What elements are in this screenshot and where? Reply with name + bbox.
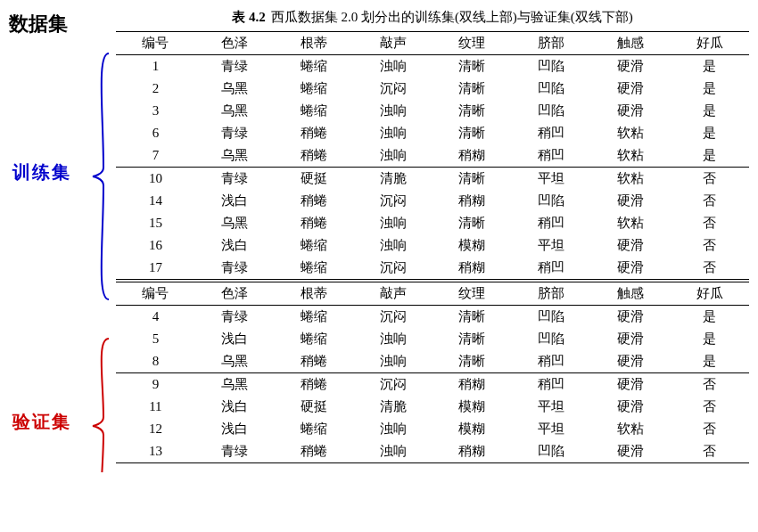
table-cell: 浊响 [353, 440, 433, 462]
col-header: 根蒂 [275, 32, 354, 55]
valid-set-label: 验证集 [12, 410, 71, 434]
table-cell: 蜷缩 [275, 234, 354, 257]
table-row: 8乌黑稍蜷浊响清晰稍凹硬滑是 [116, 350, 749, 372]
table-row: 15乌黑稍蜷浊响清晰稍凹软粘否 [116, 212, 749, 234]
table-cell: 清晰 [433, 328, 512, 350]
table-row: 17青绿蜷缩沉闷稍糊稍凹硬滑否 [116, 257, 749, 279]
table-cell: 稍糊 [433, 373, 512, 397]
caption-id: 表 4.2 [232, 10, 266, 24]
table-cell: 沉闷 [353, 373, 433, 397]
table-cell: 是 [670, 78, 749, 100]
train-set-label: 训练集 [12, 160, 71, 184]
table-cell: 稍凹 [512, 144, 591, 167]
table-cell: 稍蜷 [275, 190, 354, 212]
table-cell: 硬滑 [591, 396, 671, 418]
table-cell: 浊响 [353, 328, 433, 350]
table-cell: 浊响 [353, 418, 433, 440]
table-cell: 否 [670, 168, 749, 191]
table-caption: 表 4.2西瓜数据集 2.0 划分出的训练集(双线上部)与验证集(双线下部) [116, 9, 749, 26]
table-cell: 蜷缩 [275, 257, 354, 279]
table-cell: 稍糊 [433, 440, 512, 462]
table-cell: 稍蜷 [275, 122, 354, 144]
table-cell: 硬滑 [591, 190, 671, 212]
table-cell: 稍蜷 [275, 373, 354, 397]
table-cell: 6 [116, 122, 195, 144]
table-cell: 软粘 [591, 144, 671, 167]
table-cell: 乌黑 [195, 212, 275, 234]
table-cell: 否 [670, 234, 749, 257]
col-header: 色泽 [195, 32, 275, 55]
table-row: 16浅白蜷缩浊响模糊平坦硬滑否 [116, 234, 749, 257]
table-cell: 稍蜷 [275, 350, 354, 372]
table-cell: 硬滑 [591, 373, 671, 397]
table-cell: 模糊 [433, 396, 512, 418]
table-cell: 沉闷 [353, 78, 433, 100]
table-cell: 蜷缩 [275, 328, 354, 350]
table-cell: 17 [116, 257, 195, 279]
table-cell: 青绿 [195, 440, 275, 462]
table-cell: 否 [670, 396, 749, 418]
table-cell: 否 [670, 418, 749, 440]
table-cell: 稍糊 [433, 257, 512, 279]
table-cell: 浊响 [353, 55, 433, 78]
table-cell: 凹陷 [512, 78, 591, 100]
col-header: 根蒂 [275, 282, 354, 306]
table-cell: 平坦 [512, 396, 591, 418]
table-cell: 蜷缩 [275, 55, 354, 78]
table-cell: 清脆 [353, 168, 433, 191]
table-cell: 硬滑 [591, 55, 671, 78]
table-cell: 硬滑 [591, 100, 671, 122]
table-cell: 9 [116, 373, 195, 397]
table-cell: 凹陷 [512, 306, 591, 329]
table-cell: 清晰 [433, 100, 512, 122]
table-cell: 凹陷 [512, 100, 591, 122]
table-cell: 沉闷 [353, 257, 433, 279]
table-cell: 稍糊 [433, 190, 512, 212]
table-cell: 是 [670, 55, 749, 78]
table-cell: 稍蜷 [275, 212, 354, 234]
brace-valid-icon [89, 337, 112, 472]
table-cell: 稍凹 [512, 257, 591, 279]
table-row: 1青绿蜷缩浊响清晰凹陷硬滑是 [116, 55, 749, 78]
table-cell: 是 [670, 100, 749, 122]
table-row: 9乌黑稍蜷沉闷稍糊稍凹硬滑否 [116, 373, 749, 397]
table-cell: 硬滑 [591, 234, 671, 257]
table-cell: 清晰 [433, 55, 512, 78]
table-row: 7乌黑稍蜷浊响稍糊稍凹软粘是 [116, 144, 749, 167]
table-cell: 青绿 [195, 257, 275, 279]
brace-train-icon [89, 52, 112, 301]
table-cell: 青绿 [195, 122, 275, 144]
table-cell: 稍蜷 [275, 440, 354, 462]
table-cell: 否 [670, 212, 749, 234]
table-cell: 乌黑 [195, 373, 275, 397]
table-cell: 稍糊 [433, 144, 512, 167]
col-header: 脐部 [512, 32, 591, 55]
table-cell: 乌黑 [195, 144, 275, 167]
table-cell: 青绿 [195, 168, 275, 191]
col-header: 好瓜 [670, 32, 749, 55]
col-header: 脐部 [512, 282, 591, 306]
table-cell: 是 [670, 122, 749, 144]
table-cell: 乌黑 [195, 100, 275, 122]
table-row: 5浅白蜷缩浊响清晰凹陷硬滑是 [116, 328, 749, 350]
col-header: 好瓜 [670, 282, 749, 306]
table-cell: 11 [116, 396, 195, 418]
table-cell: 软粘 [591, 122, 671, 144]
table-cell: 稍凹 [512, 350, 591, 372]
table-cell: 硬滑 [591, 350, 671, 372]
table-cell: 凹陷 [512, 440, 591, 462]
table-row: 2乌黑蜷缩沉闷清晰凹陷硬滑是 [116, 78, 749, 100]
table-cell: 蜷缩 [275, 78, 354, 100]
table-cell: 清脆 [353, 396, 433, 418]
table-cell: 蜷缩 [275, 418, 354, 440]
table-cell: 浊响 [353, 212, 433, 234]
table-cell: 沉闷 [353, 306, 433, 329]
table-cell: 模糊 [433, 418, 512, 440]
table-cell: 模糊 [433, 234, 512, 257]
table-cell: 清晰 [433, 78, 512, 100]
col-header: 纹理 [433, 32, 512, 55]
table-cell: 青绿 [195, 306, 275, 329]
table-cell: 青绿 [195, 55, 275, 78]
table-row: 3乌黑蜷缩浊响清晰凹陷硬滑是 [116, 100, 749, 122]
table-cell: 12 [116, 418, 195, 440]
